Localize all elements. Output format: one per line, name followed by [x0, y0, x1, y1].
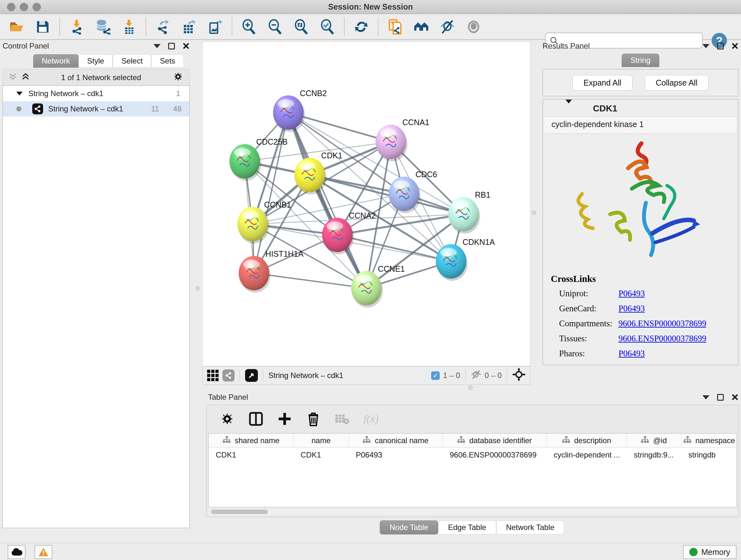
column-header-canonical-name[interactable]: canonical name: [349, 434, 443, 447]
crosslink-link[interactable]: P06493: [618, 289, 645, 299]
warning-button[interactable]: [35, 545, 52, 559]
import-network-file-icon[interactable]: [68, 18, 85, 35]
network-view-canvas[interactable]: CCNB2CCNA1CDC25BCDK1CDC6RB1CCNB1CCNA2CDK…: [202, 42, 530, 366]
control-panel-menu-icon[interactable]: [153, 44, 160, 48]
control-panel-close-icon[interactable]: [183, 43, 190, 50]
network-node-rb1[interactable]: RB1: [448, 190, 490, 234]
selected-nodes-checkbox-icon[interactable]: ✓: [431, 371, 440, 380]
table-cell[interactable]: cyclin-dependent ...: [547, 448, 627, 462]
memory-button[interactable]: Memory: [683, 545, 737, 559]
crosslink-link[interactable]: 9606.ENSP00000378699: [618, 319, 706, 328]
cloud-button[interactable]: [8, 545, 25, 559]
left-splitter-grip[interactable]: [195, 286, 200, 291]
show-panel-eye-icon[interactable]: [465, 18, 482, 35]
birds-eye-view-icon[interactable]: [245, 369, 258, 382]
home-networks-icon[interactable]: [413, 18, 429, 35]
network-node-cdk1[interactable]: CDK1: [294, 151, 342, 194]
delete-column-icon[interactable]: [306, 412, 321, 426]
expand-all-chevron-icon[interactable]: [21, 72, 30, 83]
save-session-icon[interactable]: [35, 18, 51, 35]
apply-layout-icon[interactable]: [353, 18, 369, 35]
expand-all-button[interactable]: Expand All: [572, 75, 632, 91]
open-session-icon[interactable]: [8, 18, 25, 35]
show-columns-icon[interactable]: [249, 412, 263, 426]
network-node-cdkn1a[interactable]: CDKN1A: [436, 238, 495, 281]
results-panel-float-icon[interactable]: [717, 43, 724, 50]
tab-string[interactable]: String: [622, 54, 659, 67]
hide-panel-eye-icon[interactable]: [439, 18, 456, 35]
collection-expand-icon[interactable]: [16, 91, 23, 96]
table-panel-close-icon[interactable]: [731, 394, 738, 401]
tab-edge-table[interactable]: Edge Table: [438, 520, 496, 535]
table-cell[interactable]: stringdb: [681, 448, 737, 462]
network-options-gear-icon[interactable]: [173, 71, 184, 84]
network-edge[interactable]: [288, 113, 366, 288]
table-cell[interactable]: 9606.ENSP00000378699: [443, 448, 547, 462]
tab-style[interactable]: Style: [78, 54, 113, 68]
collapse-all-chevron-icon[interactable]: [9, 72, 17, 83]
column-header-database-identifier[interactable]: database identifier: [443, 434, 547, 447]
network-share-icon[interactable]: [222, 369, 234, 381]
table-cell[interactable]: stringdb:9...: [627, 448, 681, 462]
zoom-in-icon[interactable]: [241, 18, 257, 35]
table-panel-float-icon[interactable]: [717, 394, 724, 401]
gene-collapse-icon[interactable]: [565, 104, 572, 114]
results-panel-menu-icon[interactable]: [702, 44, 710, 48]
bottom-splitter-grip[interactable]: [468, 385, 473, 390]
control-panel-float-icon[interactable]: [168, 43, 175, 50]
zoom-fit-icon[interactable]: [293, 18, 310, 35]
network-node-cdc6[interactable]: CDC6: [389, 170, 437, 213]
table-row[interactable]: CDK1CDK1P064939606.ENSP00000378699cyclin…: [209, 448, 737, 462]
window-minimize-button[interactable]: [20, 3, 28, 11]
tab-sets[interactable]: Sets: [151, 54, 184, 68]
network-node-ccna1[interactable]: CCNA1: [376, 118, 429, 161]
table-horizontal-scrollbar[interactable]: [208, 509, 737, 515]
column-header-namespace[interactable]: namespace: [681, 434, 737, 447]
table-panel-menu-icon[interactable]: [702, 395, 710, 399]
string-protein-query-icon[interactable]: [387, 18, 403, 35]
network-node-hist1h1a[interactable]: HIST1H1A: [239, 249, 304, 293]
table-header-row: shared namenamecanonical namedatabase id…: [209, 434, 737, 448]
grid-view-icon[interactable]: [207, 370, 219, 381]
network-edge[interactable]: [254, 273, 366, 288]
node-table[interactable]: shared namenamecanonical namedatabase id…: [208, 433, 737, 507]
crosslink-link[interactable]: P06493: [618, 349, 645, 359]
scrollbar-handle[interactable]: [211, 509, 268, 514]
node-label-ccnb2: CCNB2: [300, 89, 327, 98]
tab-network-table[interactable]: Network Table: [496, 520, 564, 535]
zoom-out-icon[interactable]: [267, 18, 283, 35]
fit-selected-crosshair-icon[interactable]: [512, 368, 526, 383]
column-header-name[interactable]: name: [293, 434, 349, 447]
column-header--id[interactable]: @id: [627, 434, 681, 447]
table-settings-gear-icon[interactable]: [220, 412, 234, 426]
network-status-dot: [16, 106, 21, 111]
window-zoom-button[interactable]: [32, 3, 41, 11]
column-header-description[interactable]: description: [547, 434, 627, 447]
results-panel-close-icon[interactable]: [731, 43, 738, 50]
network-node-ccnb2[interactable]: CCNB2: [273, 89, 327, 132]
network-collection-row[interactable]: String Network – cdk1 1: [3, 86, 189, 101]
tab-select[interactable]: Select: [113, 54, 151, 68]
import-network-database-icon[interactable]: [94, 18, 111, 35]
add-column-icon[interactable]: [277, 412, 292, 426]
node-label-cdc25b: CDC25B: [256, 137, 287, 146]
export-table-icon[interactable]: [181, 18, 197, 35]
network-graph[interactable]: CCNB2CCNA1CDC25BCDK1CDC6RB1CCNB1CCNA2CDK…: [203, 42, 530, 366]
column-header-shared-name[interactable]: shared name: [209, 434, 293, 447]
table-cell[interactable]: P06493: [349, 448, 443, 462]
table-cell[interactable]: CDK1: [293, 448, 349, 462]
right-splitter-grip[interactable]: [532, 210, 536, 215]
network-edge[interactable]: [337, 235, 451, 261]
tab-network[interactable]: Network: [33, 54, 78, 68]
export-image-icon[interactable]: [207, 18, 223, 35]
collapse-all-button[interactable]: Collapse All: [645, 75, 709, 91]
table-cell[interactable]: CDK1: [209, 448, 293, 462]
import-table-file-icon[interactable]: [121, 18, 137, 35]
crosslink-link[interactable]: 9606.ENSP00000378699: [618, 334, 706, 344]
crosslink-link[interactable]: P06493: [618, 304, 645, 314]
zoom-selected-icon[interactable]: [319, 18, 336, 35]
export-network-icon[interactable]: [154, 18, 171, 35]
window-close-button[interactable]: [7, 3, 15, 11]
network-row[interactable]: String Network – cdk1 11 48: [3, 101, 189, 117]
tab-node-table[interactable]: Node Table: [380, 520, 438, 535]
